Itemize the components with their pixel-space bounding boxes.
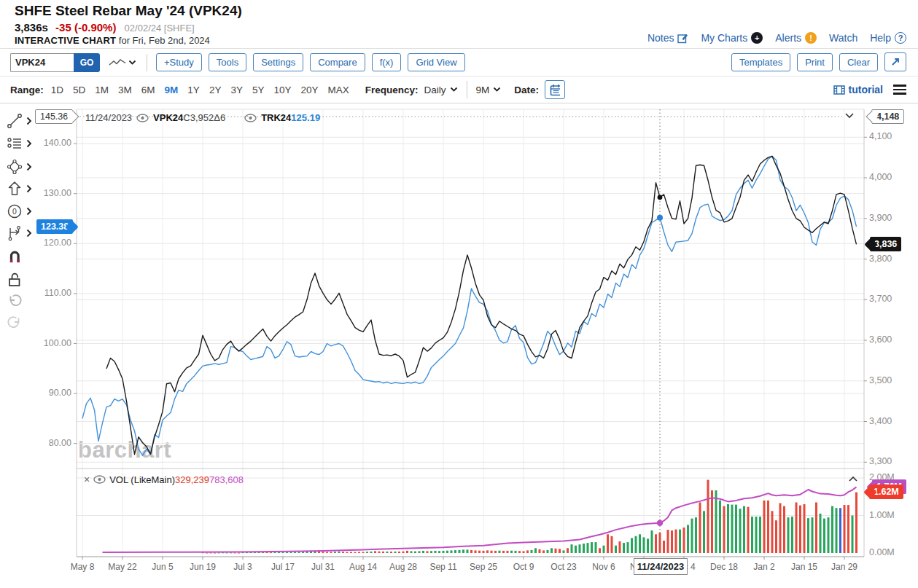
range-option-6m[interactable]: 6M — [141, 85, 155, 95]
frequency-dropdown[interactable]: Daily — [424, 85, 458, 95]
toolbar-buttons: +StudyToolsSettingsComparef(x)Grid View — [156, 53, 465, 71]
page-subtitle: INTERACTIVE CHART for Fri, Feb 2nd, 2024 — [15, 35, 210, 46]
date-picker-button[interactable] — [545, 80, 565, 99]
range-option-1d[interactable]: 1D — [51, 85, 63, 95]
measure-icon — [6, 224, 23, 242]
range-option-3y[interactable]: 3Y — [230, 85, 243, 95]
redo-icon — [6, 315, 23, 332]
tool-arrow[interactable] — [6, 180, 32, 197]
volume-legend: × VOL (LikeMain)329,239783,608 — [84, 474, 244, 485]
volume-study-label: VOL (LikeMain)329,239783,608 — [109, 474, 244, 485]
chevron-down-icon — [450, 87, 458, 93]
barchart-watermark: barchart — [78, 437, 171, 463]
chevron-right-icon — [26, 139, 32, 148]
toolbar-button-clear[interactable]: Clear — [839, 53, 878, 71]
eye-icon[interactable] — [244, 114, 257, 122]
expand-chart-button[interactable] — [884, 52, 906, 71]
chevron-down-icon — [493, 87, 501, 93]
range-bar-right: tutorial — [833, 82, 906, 97]
range-bar: Range: 1D5D1M3M6M9M1Y2Y3Y5Y10Y20YMAX Fre… — [0, 77, 918, 103]
lock-drawings[interactable] — [6, 271, 23, 289]
crosshair-date-tag: 11/24/2023 — [634, 558, 688, 575]
help-icon: ? — [895, 32, 906, 44]
toolbar-button-tools[interactable]: Tools — [209, 53, 246, 71]
barchart-interactive-chart-page: SHFE Steel Rebar May '24 (VPK24) 3,836s … — [0, 0, 918, 588]
tool-trendline[interactable] — [6, 112, 32, 130]
right-axis-tick: 3,300 — [869, 456, 892, 466]
tutorial-link[interactable]: tutorial — [833, 84, 883, 95]
tool-annotations[interactable] — [6, 135, 32, 152]
price-change: -35 (-0.90%) — [55, 21, 116, 34]
volume-last-tag: 1.62M — [869, 485, 903, 499]
shapes-icon — [6, 158, 23, 176]
header-links: Notes My Charts + Alerts ! Watch Help ? — [647, 32, 906, 44]
tool-shapes[interactable] — [6, 158, 32, 176]
x-axis-tick: Jan 29 — [821, 562, 868, 572]
chart-toolbar: GO +StudyToolsSettingsComparef(x)Grid Vi… — [0, 49, 918, 77]
magnet-mode[interactable] — [6, 248, 23, 265]
symbol-input[interactable] — [10, 53, 74, 72]
crosshair-date-label: 11/24/2023 — [85, 112, 132, 123]
right-axis-tick: 3,800 — [869, 254, 892, 264]
range-option-9m[interactable]: 9M — [165, 85, 179, 95]
help-link[interactable]: Help ? — [870, 32, 906, 44]
range-label: Range: — [10, 85, 44, 95]
toolbar-button-templates[interactable]: Templates — [731, 53, 790, 71]
close-study-icon[interactable]: × — [84, 474, 90, 485]
tool-measure[interactable] — [6, 224, 32, 242]
watch-link[interactable]: Watch — [829, 32, 857, 44]
chart-type-dropdown[interactable] — [109, 58, 136, 68]
frequency-label: Frequency: — [365, 85, 419, 95]
tool-counter[interactable]: 0 — [6, 203, 32, 220]
range-option-10y[interactable]: 10Y — [273, 85, 291, 95]
period-dropdown[interactable]: 9M — [476, 85, 502, 95]
crosshair-right-value-tag: 4,148 — [871, 109, 904, 124]
go-button[interactable]: GO — [74, 53, 100, 72]
vpk24-last-price-tag: 3,836 — [870, 237, 901, 251]
alerts-link[interactable]: Alerts ! — [775, 32, 817, 44]
chevron-down-icon — [128, 60, 136, 66]
menu-icon[interactable] — [893, 82, 906, 97]
toolbar-button-f-x-[interactable]: f(x) — [372, 53, 402, 71]
range-option-5d[interactable]: 5D — [73, 85, 85, 95]
left-axis-tick: 130.00 — [29, 188, 71, 198]
svg-text:0: 0 — [12, 207, 17, 216]
range-option-max[interactable]: MAX — [327, 85, 349, 95]
range-option-5y[interactable]: 5Y — [252, 85, 265, 95]
notes-link[interactable]: Notes — [647, 32, 689, 44]
eye-icon[interactable] — [93, 475, 106, 484]
collapse-main-pane-icon[interactable] — [844, 112, 855, 119]
crosshair-left-value-tag: 145.36 — [35, 109, 73, 124]
trendline-icon — [6, 112, 23, 130]
unlock-icon — [6, 271, 23, 289]
toolbar-right-buttons: TemplatesPrintClear — [731, 52, 906, 71]
left-axis-tick: 140.00 — [29, 138, 71, 148]
main-chart-legend: 11/24/2023 VPK24C3,952Δ6 TRK24125.19 — [85, 112, 320, 123]
undo-button[interactable] — [6, 293, 23, 310]
line-chart-type-icon — [109, 58, 126, 68]
right-axis-tick: 3,700 — [869, 294, 892, 304]
page-header: SHFE Steel Rebar May '24 (VPK24) 3,836s … — [0, 0, 918, 49]
collapse-volume-pane-icon[interactable] — [848, 476, 858, 482]
toolbar-button-grid-view[interactable]: Grid View — [408, 53, 464, 71]
my-charts-link[interactable]: My Charts + — [701, 32, 763, 44]
toolbar-button-print[interactable]: Print — [797, 53, 833, 71]
toolbar-button-settings[interactable]: Settings — [253, 53, 303, 71]
range-options: 1D5D1M3M6M9M1Y2Y3Y5Y10Y20YMAX — [51, 85, 349, 95]
toolbar-button-compare[interactable]: Compare — [310, 53, 365, 71]
redo-button[interactable] — [6, 315, 23, 332]
eye-icon[interactable] — [136, 114, 149, 122]
right-axis-tick: 3,400 — [869, 416, 892, 426]
range-option-3m[interactable]: 3M — [118, 85, 132, 95]
range-option-2y[interactable]: 2Y — [209, 85, 222, 95]
toolbar-right-group: TemplatesPrintClear — [731, 53, 878, 71]
quote-strip: 3,836s -35 (-0.90%) 02/02/24 [SHFE] — [15, 21, 195, 34]
range-option-1m[interactable]: 1M — [95, 85, 109, 95]
right-axis-tick: 4,000 — [869, 172, 892, 182]
film-icon — [833, 85, 845, 95]
toolbar-button--study[interactable]: +Study — [156, 53, 202, 71]
chevron-right-icon — [26, 207, 32, 216]
range-option-1y[interactable]: 1Y — [187, 85, 200, 95]
date-label: Date: — [514, 85, 539, 95]
range-option-20y[interactable]: 20Y — [300, 85, 318, 95]
